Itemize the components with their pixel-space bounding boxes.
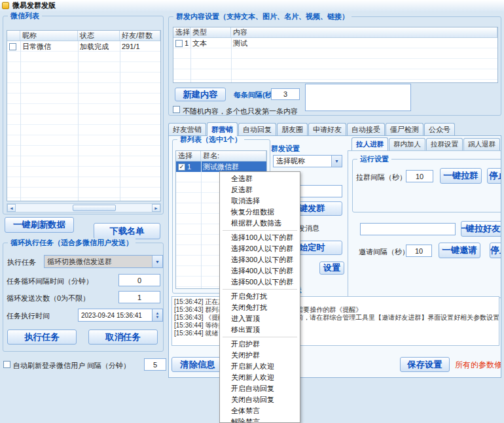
tab-auto-reply[interactable]: 自动回复 <box>238 123 276 136</box>
content-table-header: 选择 类型 内容 <box>173 27 497 38</box>
wechat-list-groupbox: 微信列表 昵称 状态 好友/群数 日常微信 加载完成 291/1 <box>3 16 164 214</box>
pull-friends-button[interactable]: 一键拉好友群 <box>461 221 501 237</box>
content-table[interactable]: 选择 类型 内容 1 文本 测试 <box>173 27 498 83</box>
new-content-button[interactable]: 新建内容 <box>175 88 226 101</box>
menu-separator <box>223 337 297 337</box>
subtab-add-in-group[interactable]: 群内加人 <box>389 138 425 150</box>
cancel-task-button[interactable]: 取消任务 <box>88 330 158 345</box>
menu-item[interactable]: 关闭自动回复 <box>220 394 300 405</box>
col-select: 选择 <box>173 27 190 37</box>
menu-item[interactable]: 全选群 <box>220 173 300 184</box>
scroll-left-arrow-icon[interactable] <box>7 204 16 212</box>
exec-time-picker[interactable]: 2023-09-24 15:36:41 <box>78 309 163 322</box>
menu-item[interactable]: 根据群人数筛选 <box>220 218 300 229</box>
grid-divider <box>201 161 202 288</box>
menu-item[interactable]: 进入置顶 <box>220 313 300 324</box>
tab-moments[interactable]: 朋友圈 <box>277 123 308 136</box>
table-row-selected[interactable]: 1 测试微信群 <box>176 161 266 172</box>
tab-zombie-check[interactable]: 僵尸检测 <box>386 123 423 136</box>
loop-interval-input[interactable]: 0 <box>118 274 160 286</box>
menu-item[interactable]: 开启新人欢迎 <box>220 361 300 372</box>
horizontal-scrollbar[interactable] <box>7 203 161 212</box>
menu-separator <box>223 230 297 231</box>
auto-refresh-checkbox[interactable] <box>3 361 10 368</box>
invite-interval-input[interactable]: 10 <box>406 245 432 257</box>
stop-pull-button[interactable]: 停止拉群 <box>487 168 501 184</box>
stop-invite-button[interactable]: 停止邀请 <box>490 243 501 258</box>
group-list-label: 群列表（选中1个） <box>177 135 244 144</box>
save-settings-button[interactable]: 保存设置 <box>400 357 450 372</box>
scroll-right-arrow-icon[interactable] <box>152 204 160 212</box>
group-list-header: 选择 群名: <box>176 151 266 161</box>
cell-group-name: 测试微信群 <box>201 161 266 172</box>
chevron-down-icon[interactable] <box>152 256 162 267</box>
refresh-data-button[interactable]: 一键刷新数据 <box>5 217 74 233</box>
subtab-other[interactable]: 其他 <box>501 138 501 150</box>
pull-into-group-page: 运行设置 拉群间隔（秒） 10 一键拉群 停止拉群 一键拉好友群 邀请间隔（秒）… <box>348 150 501 298</box>
menu-item[interactable]: 开启护群 <box>220 339 300 350</box>
cell-count: 291/1 <box>120 41 160 52</box>
tab-auto-accept[interactable]: 自动接受 <box>347 123 385 136</box>
download-list-button[interactable]: 下载名单 <box>94 223 160 239</box>
loop-task-groupbox: 循环执行任务（适合多微信用户发送） 执行任务 循环切换微信发送群 任务循环间隔时… <box>3 243 164 352</box>
subtab-kick-out[interactable]: 踢人退群 <box>463 138 500 150</box>
menu-item[interactable]: 开启自动回复 <box>220 383 300 394</box>
content-preview-box[interactable] <box>305 84 411 111</box>
send-mode-value: 选择昵称 <box>274 156 331 167</box>
clear-log-button[interactable]: 清除信息 <box>171 357 224 372</box>
row-checkbox[interactable] <box>175 40 183 47</box>
menu-item[interactable]: 关闭免打扰 <box>220 302 300 313</box>
grid-divider <box>231 38 232 82</box>
table-row[interactable]: 日常微信 加载完成 291/1 <box>7 41 160 52</box>
row-checkbox[interactable] <box>9 43 16 50</box>
updown-icon[interactable] <box>152 309 162 321</box>
no-random-checkbox[interactable] <box>173 106 180 113</box>
scrollbar-thumb[interactable] <box>73 205 116 211</box>
menu-item[interactable]: 全体禁言 <box>220 405 300 416</box>
pull-interval-input[interactable]: 10 <box>406 170 433 182</box>
menu-item[interactable]: 移出置顶 <box>220 324 300 335</box>
pull-groups-button[interactable]: 一键拉群 <box>440 168 482 184</box>
content-gap-input[interactable]: 3 <box>271 88 300 100</box>
subtab-pull-into-group[interactable]: 拉人进群 <box>351 137 388 150</box>
send-times-input[interactable]: 1 <box>118 291 160 303</box>
row-checkbox[interactable] <box>178 163 185 171</box>
settings-small-button[interactable]: 设置 <box>319 262 344 275</box>
menu-item[interactable]: 恢复分组数据 <box>220 207 300 218</box>
subtab-pull-settings[interactable]: 拉群设置 <box>426 138 463 150</box>
loop-interval-label: 任务循环间隔时间（分钟） <box>7 277 93 286</box>
no-random-label: 不随机内容，多个也只发第一条内容 <box>183 107 298 116</box>
menu-item[interactable]: 取消选择 <box>220 195 300 207</box>
invite-button[interactable]: 一键邀请 <box>439 243 480 258</box>
tab-group-marketing[interactable]: 群营销 <box>207 122 238 136</box>
group-context-menu: 全选群 反选群 取消选择 恢复分组数据 根据群人数筛选 选择100人以下的群 选… <box>219 171 300 423</box>
menu-item[interactable]: 解除禁言 <box>220 416 300 423</box>
tab-friend-request[interactable]: 申请好友 <box>308 123 346 136</box>
menu-item[interactable]: 选择100人以下的群 <box>220 232 300 243</box>
send-mode-combo[interactable]: 选择昵称 <box>273 155 342 167</box>
auto-refresh-interval-input[interactable]: 5 <box>144 358 166 371</box>
col-type: 类型 <box>190 27 231 37</box>
menu-separator <box>223 289 297 290</box>
wechat-list-header: 昵称 状态 好友/群数 <box>7 31 160 41</box>
cell-num: 1 <box>185 39 189 47</box>
menu-item[interactable]: 选择500人以下的群 <box>220 277 300 288</box>
run-task-button[interactable]: 执行任务 <box>7 330 77 345</box>
exec-task-combo[interactable]: 循环切换微信发送群 <box>44 255 163 268</box>
menu-item[interactable]: 反选群 <box>220 184 300 195</box>
wechat-list-table[interactable]: 昵称 状态 好友/群数 日常微信 加载完成 291/1 <box>7 30 161 201</box>
menu-item[interactable]: 关闭新人欢迎 <box>220 372 300 383</box>
menu-item[interactable]: 选择200人以下的群 <box>220 243 300 254</box>
chevron-down-icon[interactable] <box>331 156 342 167</box>
cell-type: 文本 <box>190 38 231 48</box>
tab-friend-marketing[interactable]: 好友营销 <box>168 123 206 136</box>
table-row[interactable]: 1 文本 测试 <box>173 38 497 48</box>
cell-status: 加载完成 <box>78 41 120 52</box>
menu-item[interactable]: 选择400人以下的群 <box>220 265 300 277</box>
menu-item[interactable]: 关闭护群 <box>220 350 300 361</box>
tab-official-account[interactable]: 公众号 <box>424 123 455 136</box>
content-table-body: 1 文本 测试 <box>173 38 497 82</box>
menu-item[interactable]: 选择300人以下的群 <box>220 254 300 265</box>
friend-keyword-input[interactable] <box>360 223 456 235</box>
menu-item[interactable]: 开启免打扰 <box>220 291 300 302</box>
